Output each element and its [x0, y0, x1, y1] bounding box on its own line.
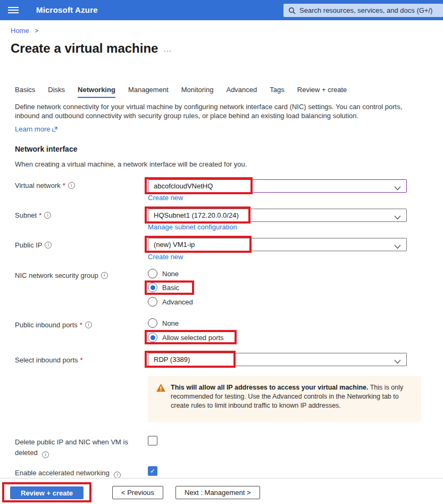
networking-description-line1: Define network connectivity for your vir… — [15, 103, 402, 111]
network-interface-description: When creating a virtual machine, a netwo… — [15, 160, 247, 168]
azure-topbar: Microsoft Azure Search resources, servic… — [0, 0, 443, 20]
public-inbound-ports-radio-allow[interactable]: Allow selected ports — [148, 332, 224, 343]
review-create-button[interactable]: Review + create — [10, 486, 83, 499]
nic-nsg-radio-advanced[interactable]: Advanced — [148, 296, 193, 307]
public-ip-label: Public IP i — [15, 241, 52, 249]
radio-icon — [148, 297, 157, 307]
radio-selected-icon — [148, 333, 157, 342]
warning-text: This will allow all IP addresses to acce… — [171, 383, 412, 422]
virtual-network-value: abcofcloudVNetHQ — [154, 182, 213, 190]
learn-more-text: Learn more — [15, 125, 50, 133]
hamburger-menu-icon[interactable] — [6, 4, 21, 16]
subnet-label: Subnet * i — [15, 211, 51, 219]
check-icon: ✓ — [150, 467, 155, 475]
public-inbound-ports-label: Public inbound ports * i — [15, 321, 92, 329]
info-icon[interactable]: i — [101, 272, 108, 279]
networking-description: Define network connectivity for your vir… — [15, 102, 430, 120]
virtual-network-label: Virtual network * i — [15, 181, 75, 189]
breadcrumb: Home > — [11, 27, 38, 35]
search-placeholder-text: Search resources, services, and docs (G+… — [299, 6, 432, 14]
next-management-button[interactable]: Next : Management > — [175, 486, 260, 499]
chevron-down-icon — [394, 184, 401, 192]
tab-basics[interactable]: Basics — [15, 86, 35, 98]
radio-icon — [148, 269, 157, 278]
warning-triangle-icon — [156, 384, 165, 422]
tab-advanced[interactable]: Advanced — [226, 86, 257, 98]
tab-review-create[interactable]: Review + create — [297, 86, 347, 98]
public-ip-value: (new) VM1-ip — [154, 241, 195, 249]
tab-management[interactable]: Management — [128, 86, 169, 98]
accelerated-networking-label: Enable accelerated networking i — [15, 468, 143, 478]
radio-selected-icon — [148, 283, 157, 292]
chevron-down-icon — [394, 213, 401, 221]
required-asterisk: * — [80, 321, 82, 329]
warning-banner: This will allow all IP addresses to acce… — [148, 376, 421, 422]
chevron-down-icon — [394, 243, 401, 251]
previous-button[interactable]: < Previous — [112, 486, 163, 499]
warning-text-bold: This will allow all IP addresses to acce… — [171, 384, 368, 391]
delete-public-ip-checkbox[interactable] — [148, 436, 157, 445]
wizard-tabs: Basics Disks Networking Management Monit… — [15, 86, 347, 98]
public-inbound-ports-radio-none[interactable]: None — [148, 318, 179, 328]
info-icon[interactable]: i — [44, 212, 51, 219]
required-asterisk: * — [80, 356, 83, 364]
breadcrumb-chevron-icon: > — [35, 27, 38, 35]
nic-nsg-radio-basic[interactable]: Basic — [148, 282, 179, 293]
create-vm-networking-page: Microsoft Azure Search resources, servic… — [0, 0, 443, 504]
subnet-dropdown[interactable]: HQSubnet1 (172.20.0.0/24) — [148, 209, 407, 222]
radio-icon — [148, 318, 157, 328]
wizard-footer: Review + create < Previous Next : Manage… — [0, 478, 443, 504]
info-icon[interactable]: i — [45, 242, 52, 249]
more-options-icon[interactable]: ... — [164, 45, 172, 53]
network-interface-heading: Network interface — [15, 145, 77, 153]
info-icon[interactable]: i — [68, 182, 75, 189]
info-icon[interactable]: i — [85, 321, 92, 328]
tab-disks[interactable]: Disks — [48, 86, 65, 98]
virtual-network-dropdown[interactable]: abcofcloudVNetHQ — [148, 179, 407, 193]
delete-public-ip-label: Delete public IP and NIC when VM is dele… — [15, 437, 143, 458]
search-icon — [288, 7, 296, 14]
tab-monitoring[interactable]: Monitoring — [181, 86, 214, 98]
external-link-icon — [52, 127, 57, 132]
accelerated-networking-checkbox[interactable]: ✓ — [148, 466, 157, 476]
global-search-input[interactable]: Search resources, services, and docs (G+… — [283, 4, 443, 17]
subnet-value: HQSubnet1 (172.20.0.0/24) — [154, 211, 239, 219]
manage-subnet-configuration-link[interactable]: Manage subnet configuration — [148, 223, 237, 231]
learn-more-link[interactable]: Learn more — [15, 125, 57, 133]
nic-nsg-label: NIC network security group i — [15, 271, 108, 279]
nic-nsg-radio-none[interactable]: None — [148, 268, 179, 279]
public-ip-create-new-link[interactable]: Create new — [148, 253, 183, 261]
select-inbound-ports-label: Select inbound ports * — [15, 356, 83, 364]
networking-description-line2: inbound and outbound connectivity with s… — [15, 112, 358, 120]
tab-networking[interactable]: Networking — [78, 86, 115, 98]
azure-brand-title[interactable]: Microsoft Azure — [36, 5, 98, 14]
info-icon[interactable]: i — [42, 451, 49, 458]
chevron-down-icon — [394, 358, 401, 366]
virtual-network-create-new-link[interactable]: Create new — [148, 194, 183, 202]
select-inbound-ports-value: RDP (3389) — [154, 356, 190, 363]
breadcrumb-home-link[interactable]: Home — [11, 27, 29, 35]
tab-tags[interactable]: Tags — [270, 86, 284, 98]
page-title: Create a virtual machine — [11, 41, 158, 56]
required-asterisk: * — [63, 181, 65, 189]
public-ip-dropdown[interactable]: (new) VM1-ip — [148, 238, 407, 251]
select-inbound-ports-dropdown[interactable]: RDP (3389) — [148, 353, 407, 366]
required-asterisk: * — [39, 211, 41, 219]
